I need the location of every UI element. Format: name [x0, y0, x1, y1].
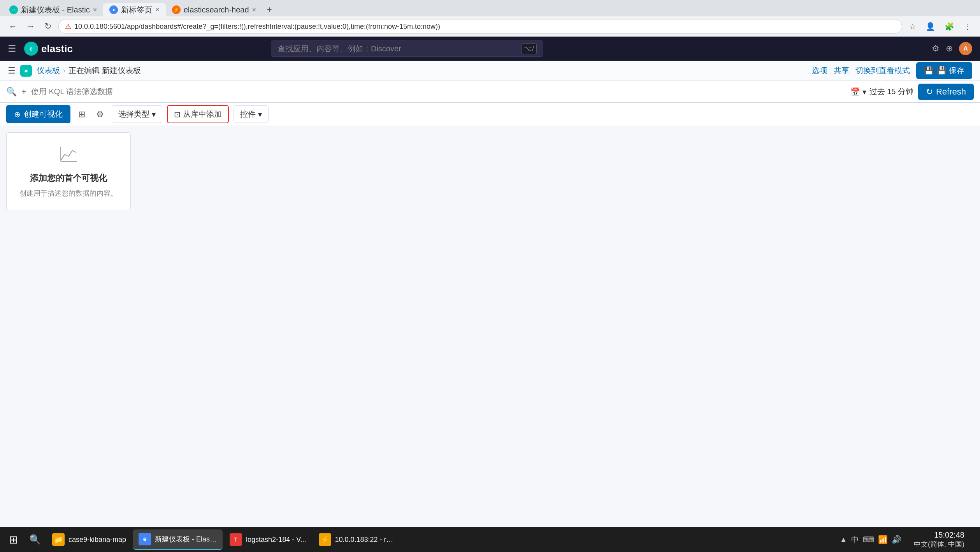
calendar-picker-button[interactable]: 📅 ▾ — [850, 87, 866, 96]
global-search-bar[interactable]: 查找应用、内容等。例如：Discover ⌥/ — [271, 40, 543, 57]
create-label: 创建可视化 — [24, 109, 63, 119]
browser-chrome: e 新建仪表板 - Elastic × ● 新标签页 × ⚡ elasticse… — [0, 0, 980, 37]
kql-filter-input[interactable] — [31, 84, 846, 99]
breadcrumb-current: 正在编辑 新建仪表板 — [68, 65, 141, 76]
refresh-button[interactable]: ↻ Refresh — [918, 84, 974, 100]
help-icon-button[interactable]: ⊕ — [946, 44, 953, 54]
sys-tray-up-icon[interactable]: ▲ — [839, 535, 847, 544]
placeholder-title: 添加您的首个可视化 — [30, 172, 107, 184]
breadcrumb-items: 仪表板 › 正在编辑 新建仪表板 — [37, 65, 141, 76]
calendar-icon: 📅 — [850, 87, 860, 96]
add-filter-button[interactable]: + — [21, 87, 26, 97]
grid-icon: ⊞ — [78, 109, 85, 119]
save-button[interactable]: 💾 💾 保存 — [916, 62, 972, 79]
options-button[interactable]: 选项 — [812, 65, 827, 76]
new-tab-button[interactable]: + — [262, 3, 276, 16]
library-icon: ⊡ — [174, 110, 181, 119]
tab-elastic[interactable]: e 新建仪表板 - Elastic × — [3, 3, 103, 16]
save-label: 💾 保存 — [937, 65, 964, 76]
tab-favicon-elastic: e — [9, 5, 18, 14]
hamburger-button[interactable]: ☰ — [8, 43, 16, 54]
taskbar-clock[interactable]: 15:02:48 中文(简体, 中国) — [909, 531, 969, 549]
refresh-label: Refresh — [936, 87, 966, 97]
taskbar-icon-ssh: ⚡ — [319, 533, 331, 546]
controls-label: 控件 — [240, 109, 256, 119]
main-content: 添加您的首个可视化 创建用于描述您的数据的内容。 — [0, 126, 980, 527]
sys-speaker-icon[interactable]: 🔊 — [892, 535, 901, 544]
time-chevron: ▾ — [862, 87, 866, 96]
select-type-button[interactable]: 选择类型 ▾ — [112, 105, 162, 123]
sys-keyboard-icon[interactable]: ⌨ — [863, 535, 874, 544]
app-icon-symbol: ■ — [25, 68, 28, 74]
filter-bar: 🔍 + 📅 ▾ 过去 15 分钟 ↻ Refresh — [0, 81, 980, 103]
taskbar-item-ssh[interactable]: ⚡ 10.0.0.183:22 - roo... — [313, 529, 403, 550]
taskbar-search-icon: 🔍 — [29, 534, 41, 545]
taskbar-right: ▲ 中 ⌨ 📶 🔊 15:02:48 中文(简体, 中国) — [835, 529, 977, 550]
tab-label-search: elasticsearch-head — [184, 5, 249, 14]
sys-wifi-icon[interactable]: 📶 — [878, 535, 888, 544]
controls-button[interactable]: 控件 ▾ — [234, 105, 269, 123]
clock-date: 中文(简体, 中国) — [914, 540, 964, 549]
panel-settings-button[interactable]: ⚙ — [93, 106, 107, 123]
breadcrumb-separator: › — [63, 67, 65, 75]
url-bar[interactable]: ⚠ 10.0.0.180:5601/app/dashboards#/create… — [58, 19, 902, 34]
share-button[interactable]: 共享 — [834, 65, 849, 76]
tab-close-search[interactable]: × — [252, 6, 256, 14]
search-input-container[interactable]: 查找应用、内容等。例如：Discover ⌥/ — [271, 40, 543, 57]
sys-lang-icon[interactable]: 中 — [851, 534, 859, 545]
taskbar-label-ssh: 10.0.0.183:22 - roo... — [335, 536, 397, 544]
create-visualization-button[interactable]: ⊕ 创建可视化 — [6, 105, 70, 123]
settings-icon: ⚙ — [96, 109, 104, 119]
placeholder-icon — [59, 145, 78, 168]
taskbar-icon-elastic: e — [139, 533, 151, 545]
taskbar: ⊞ 🔍 📁 case9-kibana-map e 新建仪表板 - Elasti.… — [0, 527, 980, 552]
time-display: 📅 ▾ 过去 15 分钟 — [850, 86, 913, 97]
refresh-button[interactable]: ↻ — [42, 19, 54, 34]
taskbar-search-button[interactable]: 🔍 — [25, 529, 45, 550]
show-desktop-button[interactable] — [972, 529, 977, 550]
select-type-chevron-icon: ▾ — [152, 110, 156, 119]
refresh-icon: ↻ — [926, 87, 933, 97]
grid-options-button[interactable]: ⊞ — [75, 106, 88, 123]
taskbar-item-logstash[interactable]: T logstash2-184 - V... — [224, 529, 311, 550]
taskbar-label-elastic: 新建仪表板 - Elasti... — [155, 534, 217, 544]
save-icon: 💾 — [924, 66, 934, 75]
tab-search[interactable]: ⚡ elasticsearch-head × — [166, 3, 262, 16]
profile-button[interactable]: 👤 — [923, 19, 938, 33]
tab-new[interactable]: ● 新标签页 × — [103, 3, 166, 16]
taskbar-icon-kibana-map: 📁 — [52, 533, 65, 546]
tab-close-new[interactable]: × — [155, 6, 160, 14]
taskbar-sys-tray: ▲ 中 ⌨ 📶 🔊 — [835, 534, 906, 545]
from-library-button[interactable]: ⊡ 从库中添加 — [167, 105, 229, 123]
menu-button[interactable]: ⋮ — [961, 19, 974, 33]
back-button[interactable]: ← — [6, 19, 19, 34]
breadcrumb-actions: 选项 共享 切换到直看模式 💾 💾 保存 — [812, 62, 972, 79]
tab-label-new: 新标签页 — [121, 5, 152, 15]
tab-close-elastic[interactable]: × — [93, 6, 97, 14]
time-range-label: 过去 15 分钟 — [869, 86, 913, 97]
taskbar-item-kibana-map[interactable]: 📁 case9-kibana-map — [47, 529, 132, 550]
filter-options-button[interactable]: 🔍 — [6, 87, 17, 97]
breadcrumb-bar: ☰ ■ 仪表板 › 正在编辑 新建仪表板 选项 共享 切换到直看模式 💾 💾 保… — [0, 61, 980, 81]
elastic-icon: e — [24, 42, 38, 56]
forward-button[interactable]: → — [24, 19, 37, 34]
extensions-button[interactable]: 🧩 — [942, 19, 957, 33]
search-shortcut: ⌥/ — [521, 43, 537, 54]
top-nav: ☰ e elastic 查找应用、内容等。例如：Discover ⌥/ ⚙ ⊕ … — [0, 37, 980, 61]
toolbar: ⊕ 创建可视化 ⊞ ⚙ 选择类型 ▾ ⊡ 从库中添加 控件 ▾ — [0, 103, 980, 126]
tab-label-elastic: 新建仪表板 - Elastic — [21, 5, 90, 15]
taskbar-icon-logstash: T — [230, 533, 242, 546]
taskbar-item-elastic[interactable]: e 新建仪表板 - Elasti... — [133, 529, 223, 550]
nav-right: ⚙ ⊕ A — [932, 42, 972, 55]
from-library-label: 从库中添加 — [183, 109, 222, 119]
user-avatar[interactable]: A — [959, 42, 972, 55]
bookmark-button[interactable]: ☆ — [907, 19, 919, 33]
start-button[interactable]: ⊞ — [3, 529, 23, 550]
start-icon: ⊞ — [9, 533, 18, 546]
breadcrumb-dashboards[interactable]: 仪表板 — [37, 65, 60, 76]
settings-icon-button[interactable]: ⚙ — [932, 44, 940, 54]
address-bar: ← → ↻ ⚠ 10.0.0.180:5601/app/dashboards#/… — [0, 16, 980, 37]
clock-time: 15:02:48 — [934, 531, 964, 540]
sidebar-toggle-button[interactable]: ☰ — [8, 66, 16, 76]
view-mode-button[interactable]: 切换到直看模式 — [855, 65, 910, 76]
